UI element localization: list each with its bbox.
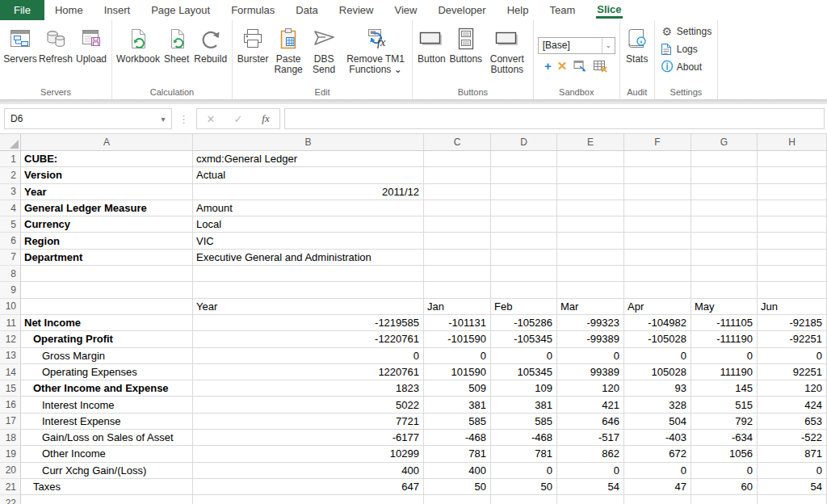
cell-B3[interactable]: 2011/12 xyxy=(193,184,424,200)
cell-A11[interactable]: Net Income xyxy=(21,315,193,331)
cell-A6[interactable]: Region xyxy=(21,233,193,249)
cell-D14[interactable]: 105345 xyxy=(491,364,557,380)
cell-E2[interactable] xyxy=(557,167,624,183)
row-header-6[interactable]: 6 xyxy=(0,233,21,249)
rebuild-button[interactable]: Rebuild xyxy=(191,21,229,65)
cell-G2[interactable] xyxy=(691,167,758,183)
row-header-17[interactable]: 17 xyxy=(0,414,21,430)
cell-C8[interactable] xyxy=(424,266,491,282)
cell-C16[interactable]: 381 xyxy=(424,397,491,413)
column-header-h[interactable]: H xyxy=(758,134,827,151)
column-header-b[interactable]: B xyxy=(193,134,424,151)
sheet-button[interactable]: Sheet xyxy=(162,21,191,65)
cell-C14[interactable]: 101590 xyxy=(424,364,491,380)
cell-C9[interactable] xyxy=(424,282,491,298)
cell-B6[interactable]: VIC xyxy=(193,233,424,249)
cell-C3[interactable] xyxy=(424,184,491,200)
cell-F12[interactable]: -105028 xyxy=(624,331,691,347)
tab-insert[interactable]: Insert xyxy=(94,0,141,20)
cell-A3[interactable]: Year xyxy=(21,184,193,200)
row-header-16[interactable]: 16 xyxy=(0,397,21,413)
cell-G19[interactable]: 1056 xyxy=(691,446,758,462)
formula-input[interactable] xyxy=(284,108,825,129)
delete-sandbox-icon[interactable]: ✕ xyxy=(557,60,568,73)
row-header-13[interactable]: 13 xyxy=(0,348,21,364)
about-button[interactable]: ⓘ About xyxy=(661,59,702,74)
burster-button[interactable]: Burster xyxy=(235,21,271,65)
column-header-c[interactable]: C xyxy=(424,134,491,151)
cell-G22[interactable] xyxy=(691,495,758,504)
cell-D11[interactable]: -105286 xyxy=(491,315,557,331)
cell-B12[interactable]: -1220761 xyxy=(193,331,424,347)
row-header-12[interactable]: 12 xyxy=(0,331,21,347)
tab-review[interactable]: Review xyxy=(329,0,384,20)
insert-function-icon[interactable]: fx xyxy=(252,112,279,125)
cell-H15[interactable]: 120 xyxy=(758,380,827,397)
cell-B5[interactable]: Local xyxy=(193,216,424,233)
row-header-1[interactable]: 1 xyxy=(0,151,21,167)
column-header-a[interactable]: A xyxy=(21,134,193,151)
row-header-8[interactable]: 8 xyxy=(0,266,21,282)
cell-H1[interactable] xyxy=(758,151,827,167)
cell-C22[interactable] xyxy=(424,495,491,504)
cell-H12[interactable]: -92251 xyxy=(758,331,827,347)
cell-F7[interactable] xyxy=(624,250,691,266)
tab-developer[interactable]: Developer xyxy=(427,0,496,20)
cell-D13[interactable]: 0 xyxy=(491,348,557,364)
name-box[interactable]: D6 ▾ xyxy=(4,108,172,129)
cell-H19[interactable]: 871 xyxy=(758,446,827,462)
cell-B4[interactable]: Amount xyxy=(193,200,424,216)
cell-G12[interactable]: -111190 xyxy=(691,331,758,347)
cell-A18[interactable]: Gain/Loss on Sales of Asset xyxy=(21,430,193,446)
cell-A15[interactable]: Other Income and Expense xyxy=(21,380,193,397)
cancel-icon[interactable]: ✕ xyxy=(197,113,225,125)
cell-G3[interactable] xyxy=(691,184,758,200)
row-header-7[interactable]: 7 xyxy=(0,250,21,266)
cell-B13[interactable]: 0 xyxy=(193,348,424,364)
cell-E3[interactable] xyxy=(557,184,624,200)
row-header-4[interactable]: 4 xyxy=(0,200,21,216)
cell-C17[interactable]: 585 xyxy=(424,414,491,430)
cell-H7[interactable] xyxy=(758,250,827,266)
cell-B11[interactable]: -1219585 xyxy=(193,315,424,331)
cell-D21[interactable]: 50 xyxy=(491,479,557,495)
cell-G7[interactable] xyxy=(691,250,758,266)
cell-F5[interactable] xyxy=(624,216,691,233)
cell-B21[interactable]: 647 xyxy=(193,479,424,495)
cell-B9[interactable] xyxy=(193,282,424,298)
cell-E13[interactable]: 0 xyxy=(557,348,624,364)
cell-F22[interactable] xyxy=(624,495,691,504)
cell-B1[interactable]: cxmd:General Ledger xyxy=(193,151,424,167)
cell-G4[interactable] xyxy=(691,200,758,216)
cell-H17[interactable]: 653 xyxy=(758,414,827,430)
cell-C2[interactable] xyxy=(424,167,491,183)
cell-E8[interactable] xyxy=(557,266,624,282)
cell-H8[interactable] xyxy=(758,266,827,282)
cell-D20[interactable]: 0 xyxy=(491,463,557,479)
cell-D6[interactable] xyxy=(491,233,557,249)
cell-E1[interactable] xyxy=(557,151,624,167)
cell-A4[interactable]: General Ledger Measure xyxy=(21,200,193,216)
dbs-send-button[interactable]: DBS Send xyxy=(306,21,342,75)
cell-C10[interactable]: Jan xyxy=(424,299,491,315)
cell-C7[interactable] xyxy=(424,250,491,266)
tab-data[interactable]: Data xyxy=(285,0,328,20)
cell-E12[interactable]: -99389 xyxy=(557,331,624,347)
cell-F6[interactable] xyxy=(624,233,691,249)
tab-home[interactable]: Home xyxy=(44,0,94,20)
cell-F9[interactable] xyxy=(624,282,691,298)
cell-C12[interactable]: -101590 xyxy=(424,331,491,347)
cell-G21[interactable]: 60 xyxy=(691,479,758,495)
paste-range-button[interactable]: Paste Range xyxy=(271,21,306,75)
column-header-f[interactable]: F xyxy=(624,134,691,151)
cell-F2[interactable] xyxy=(624,167,691,183)
tab-file[interactable]: File xyxy=(0,0,44,20)
cell-H9[interactable] xyxy=(758,282,827,298)
cell-B14[interactable]: 1220761 xyxy=(193,364,424,380)
cell-G5[interactable] xyxy=(691,216,758,233)
cell-E11[interactable]: -99323 xyxy=(557,315,624,331)
cell-D22[interactable] xyxy=(491,495,557,504)
cell-E5[interactable] xyxy=(557,216,624,233)
cell-D17[interactable]: 585 xyxy=(491,414,557,430)
cell-E15[interactable]: 120 xyxy=(557,380,624,397)
